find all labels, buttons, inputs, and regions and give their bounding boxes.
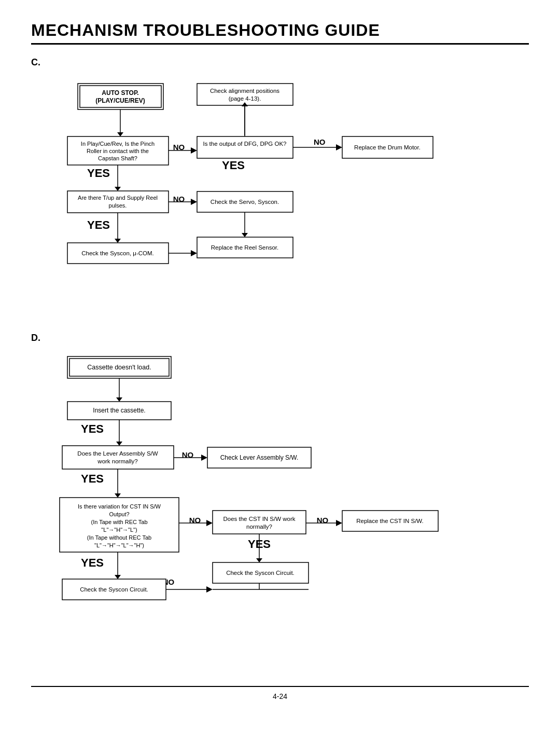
svg-marker-100 [206,586,213,593]
svg-text:Capstan Shaft?: Capstan Shaft? [98,155,137,161]
svg-text:Is the output of DFG, DPG OK?: Is the output of DFG, DPG OK? [203,141,286,147]
svg-text:"L"→"H"→"L"): "L"→"H"→"L") [101,527,137,533]
svg-text:Does the CST IN S/W work: Does the CST IN S/W work [223,516,295,522]
svg-marker-64 [201,455,207,461]
page-title: MECHANISM TROUBLESHOOTING GUIDE [31,21,529,40]
svg-text:Check the Syscon, μ-COM.: Check the Syscon, μ-COM. [81,250,154,256]
svg-text:Replace the Drum Motor.: Replace the Drum Motor. [354,144,421,150]
svg-marker-90 [256,558,262,562]
svg-marker-22 [336,144,342,150]
svg-text:"L"→"H"→"L"→"H"): "L"→"H"→"L"→"H") [94,542,144,548]
svg-text:Replace the CST IN S/W.: Replace the CST IN S/W. [356,518,424,524]
svg-text:NO: NO [314,137,326,146]
svg-marker-44 [242,233,248,237]
section-d-flowchart: Cassette doesn't load. Insert the casset… [31,349,529,670]
svg-text:Check Lever Assembly S/W.: Check Lever Assembly S/W. [220,454,299,461]
svg-rect-59 [62,446,174,469]
section-c-label: C. [31,57,529,68]
svg-text:Cassette doesn't load.: Cassette doesn't load. [87,364,151,371]
svg-text:Check the Syscon Circuit.: Check the Syscon Circuit. [80,586,148,593]
svg-marker-17 [191,147,197,154]
svg-text:Output?: Output? [109,511,129,517]
svg-text:Insert the cassette.: Insert the cassette. [93,407,145,414]
svg-text:YES: YES [81,422,104,435]
svg-text:(In Tape with REC Tab: (In Tape with REC Tab [91,519,147,525]
svg-text:Check the Servo, Syscon.: Check the Servo, Syscon. [211,199,279,205]
svg-text:Does the Lever Assembly S/W: Does the Lever Assembly S/W [77,450,158,457]
svg-marker-40 [115,239,121,243]
svg-text:(In Tape without REC Tab: (In Tape without REC Tab [87,534,151,541]
svg-text:normally?: normally? [246,524,272,530]
svg-text:YES: YES [87,218,110,231]
svg-rect-18 [197,136,293,158]
svg-text:AUTO STOP.: AUTO STOP. [102,89,138,97]
svg-marker-58 [116,442,122,446]
svg-text:Replace the Reel Sensor.: Replace the Reel Sensor. [211,244,278,251]
svg-text:YES: YES [222,159,245,172]
svg-text:Roller in contact with the: Roller in contact with the [87,148,149,154]
svg-text:YES: YES [81,556,104,569]
svg-text:Check alignment positions: Check alignment positions [210,88,279,94]
page-number: 4-24 [31,686,529,700]
svg-marker-85 [336,520,342,526]
svg-marker-53 [116,397,122,402]
svg-text:Is there variation for CST IN : Is there variation for CST IN S/W [78,503,161,510]
svg-text:Are there T/up and Supply Reel: Are there T/up and Supply Reel [78,195,158,201]
svg-rect-80 [213,511,306,534]
svg-marker-5 [117,132,123,136]
svg-marker-48 [191,250,197,256]
svg-text:YES: YES [87,167,110,180]
svg-text:Check the Syscon Circuit.: Check the Syscon Circuit. [226,570,295,576]
svg-marker-29 [115,187,121,191]
svg-text:YES: YES [81,472,104,485]
svg-text:work normally?: work normally? [97,458,137,464]
svg-text:(page 4-13).: (page 4-13). [229,95,261,102]
svg-marker-69 [115,493,121,498]
svg-rect-6 [197,84,293,105]
section-c-flowchart: AUTO STOP. (PLAY/CUE/REV) Check alignmen… [31,73,529,322]
svg-text:(PLAY/CUE/REV): (PLAY/CUE/REV) [95,97,145,104]
svg-marker-95 [115,575,121,579]
section-d-label: D. [31,333,529,343]
svg-marker-35 [191,199,197,205]
svg-text:In Play/Cue/Rev, Is the Pinch: In Play/Cue/Rev, Is the Pinch [81,141,155,147]
svg-text:pulses.: pulses. [109,202,127,209]
svg-marker-79 [206,520,213,526]
